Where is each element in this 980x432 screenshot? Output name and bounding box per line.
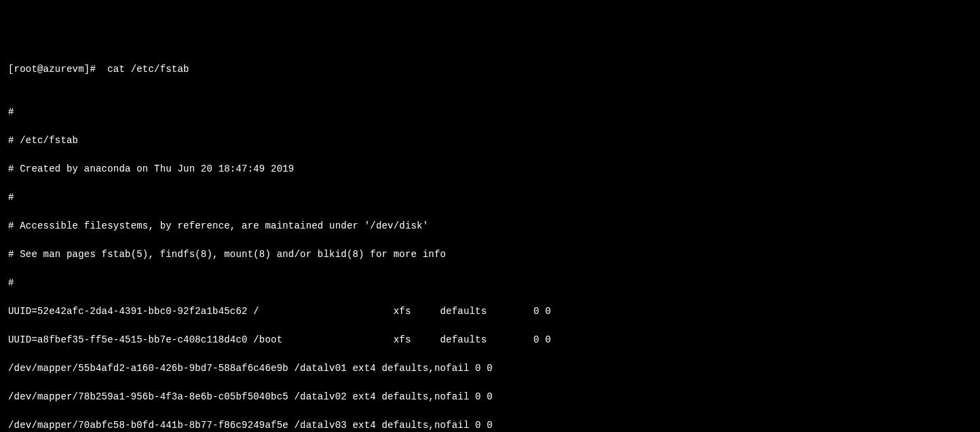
- fstab-comment: # See man pages fstab(5), findfs(8), mou…: [8, 248, 972, 262]
- fstab-comment: #: [8, 276, 972, 290]
- prompt-fstab: [root@azurevm]# cat /etc/fstab: [8, 62, 972, 77]
- fstab-entry-datalv02: /dev/mapper/78b259a1-956b-4f3a-8e6b-c05b…: [8, 390, 972, 404]
- fstab-comment: # /etc/fstab: [8, 134, 972, 148]
- fstab-entry-datalv03: /dev/mapper/70abfc58-b0fd-441b-8b77-f86c…: [8, 418, 972, 432]
- fstab-entry-root: UUID=52e42afc-2da4-4391-bbc0-92f2a1b45c6…: [8, 305, 972, 319]
- fstab-comment: #: [8, 105, 972, 119]
- fstab-entry-datalv01: /dev/mapper/55b4afd2-a160-426b-9bd7-588a…: [8, 361, 972, 376]
- fstab-entry-boot: UUID=a8fbef35-ff5e-4515-bb7e-c408c118d4c…: [8, 333, 972, 347]
- fstab-comment: #: [8, 191, 972, 205]
- fstab-comment: # Created by anaconda on Thu Jun 20 18:4…: [8, 162, 972, 176]
- fstab-comment: # Accessible filesystems, by reference, …: [8, 219, 972, 233]
